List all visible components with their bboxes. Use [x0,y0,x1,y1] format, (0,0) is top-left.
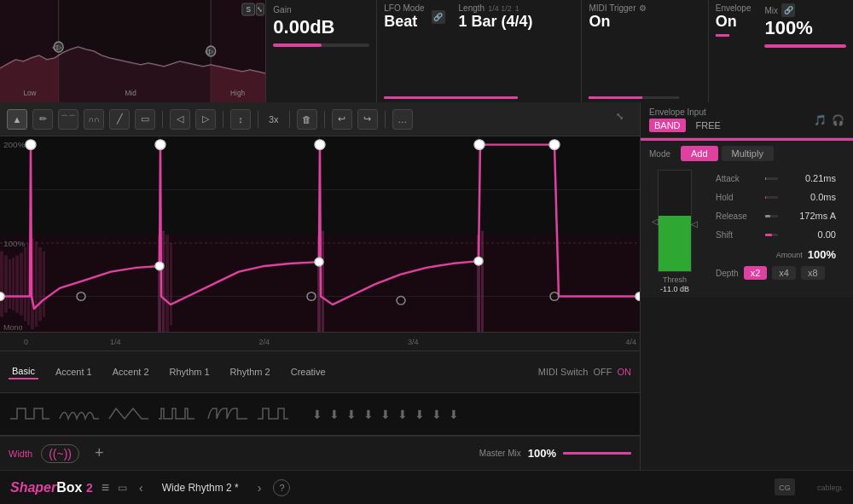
width-icon[interactable]: ((~)) [41,444,79,463]
depth-x8[interactable]: x8 [801,266,825,280]
headphones-icon[interactable]: 🎧 [832,114,844,126]
download-8[interactable]: ⬇ [432,408,442,421]
meter-display: ◁ ◁ [658,170,692,272]
preset-5[interactable] [206,402,249,427]
preset-1[interactable] [9,402,51,427]
tool-pencil[interactable]: ✏ [32,109,53,130]
tool-undo[interactable]: ↩ [332,109,352,130]
preset-2[interactable] [58,402,101,427]
master-mix-bar[interactable] [563,452,631,455]
gain-bar[interactable] [273,43,369,47]
attack-bar[interactable] [765,177,778,180]
tool-line[interactable]: ╱ [109,109,130,130]
tool-delete[interactable]: 🗑 [297,109,317,130]
svg-rect-45 [322,231,324,338]
download-9[interactable]: ⬇ [449,408,459,421]
preset-6[interactable] [256,402,299,427]
midi-section: MIDI Trigger ⚙ On [582,0,708,102]
svg-point-51 [155,140,165,150]
midi-trigger-value[interactable]: On [589,13,700,31]
tune-icon[interactable]: 🎵 [814,114,827,126]
help-button[interactable]: ? [273,479,290,496]
release-value[interactable]: 172ms A [785,211,836,221]
preset-name[interactable]: Wide Rhythm 2 * [155,480,246,495]
time-0: 0 [24,338,41,346]
tool-sep2 [223,111,223,128]
tool-more[interactable]: … [392,109,413,130]
gain-value[interactable]: 0.00dB [273,16,369,38]
svg-rect-42 [165,235,169,333]
depth-x4[interactable]: x4 [772,266,796,280]
attack-value[interactable]: 0.21ms [785,173,836,183]
preset-3[interactable] [107,402,150,427]
download-5[interactable]: ⬇ [380,408,391,421]
download-3[interactable]: ⬇ [346,408,357,421]
tool-curve2[interactable]: ∩∩ [84,109,104,130]
svg-text:S: S [246,5,251,14]
svg-rect-39 [43,252,45,317]
shift-bar[interactable] [765,234,778,236]
mode-multiply-btn[interactable]: Multiply [722,146,774,161]
svg-point-53 [315,140,325,150]
length-value[interactable]: 1 Bar (4/4) [459,13,533,31]
lfo-value[interactable]: Beat [384,13,424,31]
midi-trigger-bar-fill [589,96,642,99]
width-row: Width ((~)) + Master Mix 100% [0,436,640,470]
tool-next[interactable]: ▷ [195,109,216,130]
mode-row: Mode Add Multiply [641,141,853,166]
back-btn[interactable]: ‹ [136,479,147,496]
tab-basic[interactable]: Basic [9,364,38,379]
env-tab-free[interactable]: FREE [691,119,726,132]
tool-select[interactable]: ▲ [7,109,27,130]
preset-4[interactable] [157,402,200,427]
hold-value[interactable]: 0.0ms [785,192,836,202]
midi-switch-on[interactable]: ON [618,367,632,377]
tab-rhythm2[interactable]: Rhythm 2 [227,365,274,379]
add-button[interactable]: + [95,444,104,462]
expand-button[interactable]: ⤡ [616,111,633,128]
download-7[interactable]: ⬇ [415,408,425,421]
forward-btn[interactable]: › [254,479,265,496]
thresh-value[interactable]: -11.0 dB [660,285,689,293]
tool-redo[interactable]: ↪ [357,109,378,130]
amount-value[interactable]: 100% [808,248,836,261]
mode-add-btn[interactable]: Add [681,146,718,161]
mono-label: Mono [3,323,23,332]
tool-curve1[interactable]: ⌒⌒ [58,109,78,130]
tool-3x[interactable]: 3x [265,113,282,126]
depth-x2[interactable]: x2 [744,266,768,280]
mix-link-icon[interactable]: 🔗 [781,3,795,17]
envelope-value[interactable]: On [716,13,751,31]
master-mix-value[interactable]: 100% [528,447,556,460]
hold-bar[interactable] [765,196,778,199]
tab-accent1[interactable]: Accent 1 [52,365,96,379]
download-4[interactable]: ⬇ [363,408,374,421]
waveform-presets: ⬇ ⬇ ⬇ ⬇ ⬇ ⬇ ⬇ ⬇ ⬇ [0,393,640,436]
tool-rect[interactable]: ▭ [135,109,155,130]
lfo-link-icon[interactable]: 🔗 [432,10,445,24]
download-1[interactable]: ⬇ [312,408,322,421]
env-tab-band[interactable]: BAND [649,119,686,132]
tab-rhythm1[interactable]: Rhythm 1 [166,365,213,379]
window-btn[interactable]: ▭ [118,482,127,494]
tool-flip[interactable]: ↕ [230,109,251,130]
download-2[interactable]: ⬇ [329,408,339,421]
tab-creative[interactable]: Creative [287,365,329,379]
shift-value[interactable]: 0.00 [785,229,836,240]
svg-rect-34 [24,247,26,322]
hamburger-btn[interactable]: ≡ [102,480,109,495]
download-6[interactable]: ⬇ [397,408,408,421]
midi-switch-off[interactable]: OFF [594,367,612,377]
time-1-4: 1/4 [41,338,190,346]
mode-label: Mode [649,149,670,159]
svg-point-60 [397,297,405,305]
tab-accent2[interactable]: Accent 2 [109,365,153,379]
mix-bar[interactable] [764,44,846,48]
gear-icon[interactable]: ⚙ [639,3,647,13]
mix-value[interactable]: 100% [764,17,846,39]
mix-section: Mix 🔗 100% [757,0,853,102]
tool-prev[interactable]: ◁ [170,109,190,130]
svg-rect-31 [12,258,15,310]
release-bar[interactable] [765,215,778,217]
main-canvas-area[interactable]: 200% 100% Mono 0 1/4 2/4 3/4 4/4 [0,136,640,350]
